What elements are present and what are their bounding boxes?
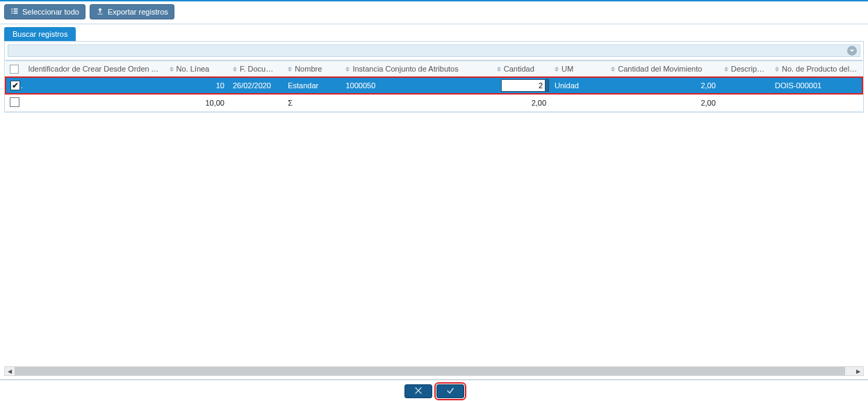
quantity-input[interactable]: [501, 79, 546, 92]
sort-icon: [170, 67, 175, 72]
x-icon: [413, 386, 423, 397]
cancel-button[interactable]: [404, 384, 432, 398]
sort-icon: [775, 67, 780, 72]
cell-um: Unidad: [550, 77, 607, 94]
footer-bar: [0, 379, 868, 398]
col-line[interactable]: No. Línea: [165, 61, 229, 77]
col-prod-label: No. de Producto del Socio del: [782, 65, 862, 73]
drag-handle-icon[interactable]: [545, 79, 549, 92]
col-id-label: Identificador de Crear Desde Orden ADM: [28, 65, 165, 73]
col-desc-label: Descripción: [731, 65, 771, 73]
confirm-button[interactable]: [436, 384, 464, 398]
cell-name: Estandar: [284, 77, 341, 94]
sort-icon: [233, 67, 238, 72]
toolbar: Seleccionar todo Exportar registros: [0, 1, 868, 24]
export-button[interactable]: Exportar registros: [90, 4, 174, 19]
list-icon: [10, 7, 19, 17]
search-panel: [4, 41, 864, 60]
sort-icon: [288, 67, 293, 72]
total-line: 10,00: [165, 94, 229, 112]
col-name-label: Nombre: [295, 65, 322, 73]
col-prod[interactable]: No. de Producto del Socio del: [771, 61, 862, 77]
search-section: Buscar registros: [0, 24, 868, 41]
col-line-label: No. Línea: [177, 65, 210, 73]
cell-mov: 2,00: [607, 77, 720, 94]
search-tab[interactable]: Buscar registros: [4, 27, 76, 41]
totals-row: 10,00 Σ 2,00 2,00: [6, 94, 862, 112]
col-fdoc-label: F. Documento: [240, 65, 284, 73]
col-mov-label: Cantidad del Movimiento: [618, 65, 702, 73]
table-row[interactable]: ✔ 10 26/02/2020 Estandar 1000050 Unidad …: [6, 77, 862, 94]
col-fdoc[interactable]: F. Documento: [229, 61, 284, 77]
upload-icon: [96, 7, 104, 17]
col-um[interactable]: UM: [550, 61, 607, 77]
sort-icon: [555, 67, 560, 72]
cell-fdoc: 26/02/2020: [229, 77, 284, 94]
sort-icon: [611, 67, 616, 72]
scroll-left-arrow[interactable]: ◀: [5, 367, 15, 375]
cell-inst: 1000050: [341, 77, 492, 94]
horizontal-scrollbar[interactable]: ◀ ▶: [4, 366, 864, 376]
records-grid: Identificador de Crear Desde Orden ADM N…: [4, 60, 864, 113]
header-checkbox-cell[interactable]: [6, 61, 24, 77]
scroll-track[interactable]: [15, 367, 853, 375]
col-qty[interactable]: Cantidad: [493, 61, 550, 77]
col-inst[interactable]: Instancia Conjunto de Atributos: [341, 61, 492, 77]
sort-icon: [345, 67, 351, 72]
select-all-label: Seleccionar todo: [22, 8, 79, 16]
row-checkbox[interactable]: ✔: [10, 81, 20, 90]
header-checkbox[interactable]: [10, 65, 19, 74]
select-all-button[interactable]: Seleccionar todo: [4, 4, 85, 19]
scroll-thumb[interactable]: [15, 367, 845, 375]
cell-line: 10: [165, 77, 229, 94]
scroll-right-arrow[interactable]: ▶: [853, 367, 863, 375]
col-mov[interactable]: Cantidad del Movimiento: [607, 61, 720, 77]
table-header-row: Identificador de Crear Desde Orden ADM N…: [6, 61, 862, 77]
search-banner: [8, 44, 860, 57]
total-mov: 2,00: [607, 94, 720, 112]
sort-icon: [724, 67, 730, 72]
check-icon: [445, 386, 455, 397]
total-qty: 2,00: [493, 94, 550, 112]
cell-desc: [720, 77, 771, 94]
export-label: Exportar registros: [108, 8, 168, 16]
chevron-down-icon[interactable]: [847, 46, 857, 56]
totals-checkbox[interactable]: [10, 97, 19, 107]
col-qty-label: Cantidad: [504, 65, 534, 73]
col-um-label: UM: [562, 65, 573, 73]
col-id[interactable]: Identificador de Crear Desde Orden ADM: [24, 61, 165, 77]
sigma-symbol: Σ: [284, 94, 341, 112]
cell-prod: DOIS-000001: [771, 77, 862, 94]
sort-icon: [497, 67, 502, 72]
col-inst-label: Instancia Conjunto de Atributos: [352, 65, 458, 73]
col-desc[interactable]: Descripción: [720, 61, 771, 77]
cell-qty[interactable]: [493, 77, 550, 94]
col-name[interactable]: Nombre: [284, 61, 341, 77]
cell-id: [24, 77, 165, 94]
